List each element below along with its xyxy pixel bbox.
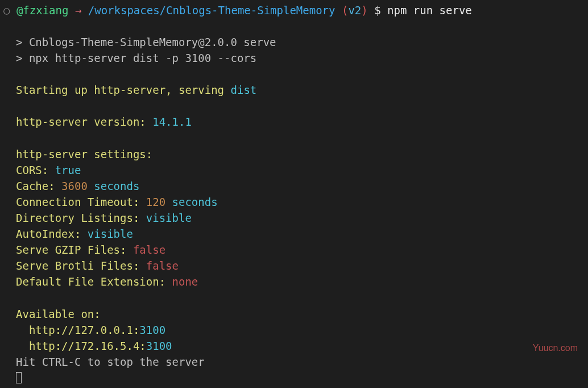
stop-hint: Hit CTRL-C to stop the server (3, 354, 585, 370)
paren-close: ) (361, 4, 367, 16)
watermark: Yuucn.com (533, 341, 578, 355)
dir-listing-line: Directory Listings: visible (3, 210, 585, 226)
url-line: http://127.0.0.1:3100 (3, 322, 585, 338)
timeout-line: Connection Timeout: 120 seconds (3, 194, 585, 210)
autoindex-line: AutoIndex: visible (3, 226, 585, 242)
prompt-user: @fzxiang (16, 4, 69, 16)
terminal-output[interactable]: ○ @fzxiang → /workspaces/Cnblogs-Theme-S… (0, 0, 588, 388)
dollar-sign: $ (374, 4, 380, 16)
settings-header: http-server settings: (3, 146, 585, 162)
prompt-path: /workspaces/Cnblogs-Theme-SimpleMemory (88, 4, 336, 16)
prompt-arrow-icon: → (75, 4, 81, 16)
status-circle-icon: ○ (3, 4, 10, 16)
script-line: > Cnblogs-Theme-SimpleMemory@2.0.0 serve (3, 34, 585, 50)
version-line: http-server version: 14.1.1 (3, 114, 585, 130)
cors-line: CORS: true (3, 162, 585, 178)
cursor-icon (16, 372, 22, 383)
script-line: > npx http-server dist -p 3100 --cors (3, 50, 585, 66)
default-ext-line: Default File Extension: none (3, 274, 585, 290)
paren-open: ( (342, 4, 348, 16)
cache-line: Cache: 3600 seconds (3, 178, 585, 194)
prompt-line: ○ @fzxiang → /workspaces/Cnblogs-Theme-S… (3, 2, 585, 18)
brotli-line: Serve Brotli Files: false (3, 258, 585, 274)
url-line: http://172.16.5.4:3100 (3, 338, 585, 354)
gzip-line: Serve GZIP Files: false (3, 242, 585, 258)
available-header: Available on: (3, 306, 585, 322)
command-text: npm run serve (387, 4, 472, 16)
branch-name: v2 (348, 4, 361, 16)
starting-line: Starting up http-server, serving dist (3, 82, 585, 98)
